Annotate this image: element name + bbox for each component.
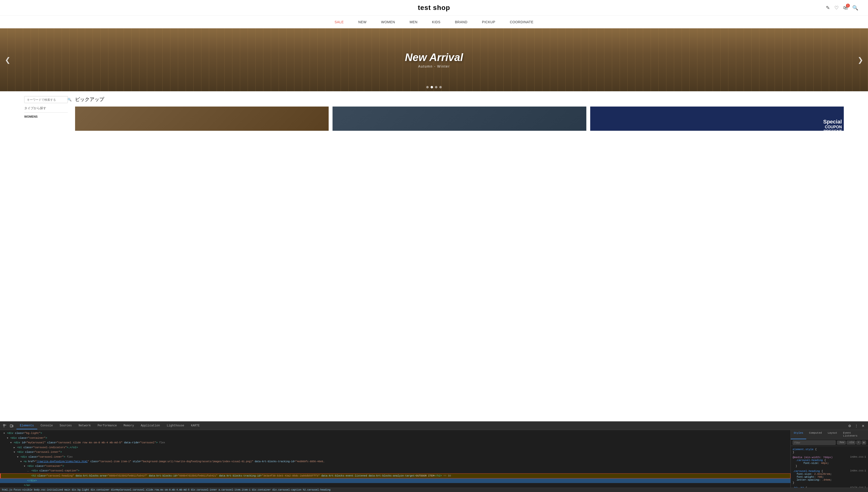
sidebar: 🔍 タイプから探す WOMENS <box>24 96 68 131</box>
cart-icon[interactable]: 🛍 1 <box>843 5 848 11</box>
hero-title: New Arrival <box>405 51 463 64</box>
site-nav: SALE NEW WOMEN MEN KIDS BRAND PICKUP COO… <box>0 16 868 28</box>
search-button[interactable]: 🔍 <box>66 96 74 103</box>
product-card-3[interactable]: Special COUPON PRESENT <box>590 106 844 131</box>
carousel-dot-1[interactable] <box>426 86 429 89</box>
products-area: ピックアップ Special COUPON PRESENT <box>75 96 844 131</box>
nav-item-pickup[interactable]: PICKUP <box>482 20 495 24</box>
coupon-text: COUPON <box>823 125 842 129</box>
type-label: タイプから探す <box>24 106 68 113</box>
nav-item-women[interactable]: WOMEN <box>381 20 395 24</box>
site-title: test shop <box>418 4 450 11</box>
nav-item-kids[interactable]: KIDS <box>432 20 440 24</box>
coupon-present: PRESENT <box>823 129 842 131</box>
nav-item-sale[interactable]: SALE <box>335 20 344 24</box>
coupon-overlay: Special COUPON PRESENT <box>823 119 842 131</box>
product-card-2[interactable] <box>333 106 586 131</box>
product-card-1[interactable] <box>75 106 329 131</box>
cart-badge: 1 <box>846 4 850 7</box>
website-preview: test shop ✎ ♡ 🛍 1 🔍 SALE NEW WOMEN MEN K… <box>0 0 868 131</box>
site-header: test shop ✎ ♡ 🛍 1 🔍 <box>0 0 868 16</box>
carousel-dot-3[interactable] <box>435 86 437 89</box>
carousel-dot-4[interactable] <box>439 86 442 89</box>
nav-item-men[interactable]: MEN <box>410 20 417 24</box>
search-input[interactable] <box>24 96 66 103</box>
hero-carousel: New Arrival Autumn - Winter ❮ ❯ <box>0 28 868 91</box>
carousel-dot-2[interactable] <box>431 86 433 89</box>
nav-item-coordinate[interactable]: COORDINATE <box>510 20 533 24</box>
carousel-prev-arrow[interactable]: ❮ <box>5 56 10 64</box>
main-content: 🔍 タイプから探す WOMENS ピックアップ Special COUPON P… <box>0 91 868 131</box>
nav-item-brand[interactable]: BRAND <box>455 20 468 24</box>
search-icon[interactable]: 🔍 <box>852 5 858 11</box>
coupon-title: Special <box>823 119 842 125</box>
account-icon[interactable]: ✎ <box>826 5 830 11</box>
header-icons: ✎ ♡ 🛍 1 🔍 <box>826 5 858 11</box>
product-grid: Special COUPON PRESENT <box>75 106 844 131</box>
carousel-dots <box>426 86 442 89</box>
hero-subtitle: Autumn - Winter <box>405 65 463 68</box>
nav-item-new[interactable]: NEW <box>358 20 366 24</box>
sidebar-womens-title: WOMENS <box>24 115 68 118</box>
search-box: 🔍 <box>24 96 68 103</box>
carousel-next-arrow[interactable]: ❯ <box>858 56 863 64</box>
pickup-title: ピックアップ <box>75 96 844 103</box>
hero-text: New Arrival Autumn - Winter <box>405 51 463 68</box>
wishlist-icon[interactable]: ♡ <box>834 5 839 11</box>
